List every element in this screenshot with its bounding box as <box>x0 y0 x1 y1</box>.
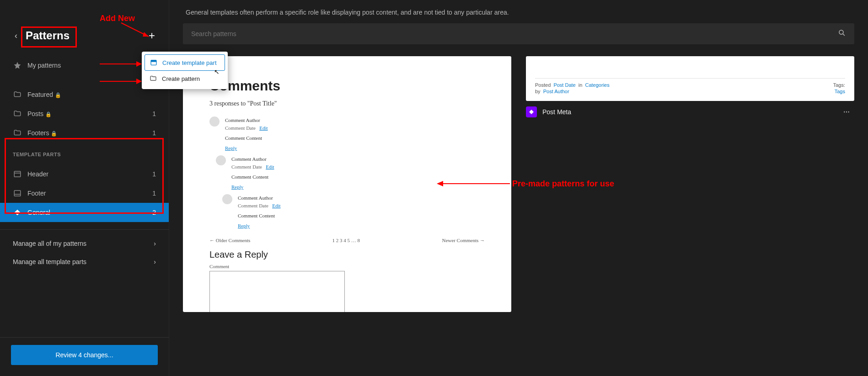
sidebar-item-footers[interactable]: Footers🔒 1 <box>0 123 169 143</box>
item-count: 1 <box>152 170 156 178</box>
lock-icon: 🔒 <box>55 92 61 98</box>
meta-line: by Post Author <box>535 89 610 94</box>
sidebar-footer: Review 4 changes... <box>0 337 169 376</box>
sidebar-item-label: Posts🔒 <box>27 110 147 117</box>
manage-template-parts[interactable]: Manage all template parts › <box>0 253 169 271</box>
page-numbers: 1 2 3 4 5 … 8 <box>332 238 360 243</box>
svg-rect-6 <box>151 60 156 62</box>
page-description: General templates often perform a specif… <box>183 7 854 23</box>
comment-pager: ← Older Comments 1 2 3 4 5 … 8 Newer Com… <box>209 233 485 246</box>
comment-author: Comment Author <box>238 195 273 201</box>
create-template-part-option[interactable]: Create template part <box>145 54 225 71</box>
manage-label: Manage all template parts <box>13 258 86 265</box>
sidebar-item-label: My patterns <box>27 62 156 69</box>
item-count: 1 <box>152 110 156 117</box>
sidebar-item-label: Footer <box>27 190 147 197</box>
comment-date: Comment Date <box>231 164 262 169</box>
add-new-button[interactable]: + <box>144 27 160 44</box>
more-options-button[interactable]: ⋯ <box>840 106 854 117</box>
folder-icon <box>13 109 22 118</box>
manage-my-patterns[interactable]: Manage all of my patterns › <box>0 234 169 253</box>
meta-line: Posted Post Date in Categories <box>535 82 610 88</box>
comment-textarea <box>209 271 345 312</box>
newer-comments: Newer Comments → <box>442 238 485 243</box>
avatar <box>222 194 232 204</box>
pattern-card-post-meta[interactable]: Posted Post Date in Categories by Post A… <box>526 56 854 101</box>
tags-value: Tags <box>833 89 845 94</box>
sidebar-item-header[interactable]: Header 1 <box>0 164 169 184</box>
svg-rect-4 <box>15 210 21 216</box>
folder-icon <box>149 74 157 83</box>
svg-rect-0 <box>14 171 21 177</box>
older-comments: ← Older Comments <box>209 238 250 243</box>
comment-date: Comment Date <box>225 125 256 131</box>
search-bar[interactable] <box>183 23 854 44</box>
comment-content: Comment Content <box>225 135 485 141</box>
star-icon <box>13 61 22 70</box>
sidebar-item-label: Header <box>27 170 147 178</box>
section-label-template-parts: TEMPLATE PARTS <box>0 145 169 162</box>
sidebar-item-label: Featured🔒 <box>27 91 150 98</box>
template-part-icon <box>150 58 158 67</box>
reply-link: Reply <box>238 223 250 228</box>
sidebar-item-label: General <box>27 209 147 216</box>
header-layout-icon <box>13 169 22 179</box>
folder-icon <box>13 90 22 99</box>
sidebar-item-label: Footers🔒 <box>27 129 147 137</box>
preview-subheading: 3 responses to "Post Title" <box>209 100 485 107</box>
main-content: General templates often perform a specif… <box>169 0 868 376</box>
comment-author: Comment Author <box>225 117 260 123</box>
diamond-icon <box>13 208 22 217</box>
item-count: 1 <box>152 190 156 197</box>
footer-layout-icon <box>13 189 22 198</box>
svg-line-8 <box>843 34 845 36</box>
pattern-title: Post Meta <box>542 108 571 116</box>
edit-link: Edit <box>259 125 268 131</box>
option-label: Create pattern <box>162 75 200 82</box>
comment-content: Comment Content <box>231 174 485 180</box>
tags-label: Tags: <box>833 82 845 88</box>
sidebar-item-posts[interactable]: Posts🔒 1 <box>0 104 169 123</box>
svg-rect-9 <box>529 110 534 114</box>
comment-author: Comment Author <box>231 156 267 162</box>
patterns-grid: Comments 3 responses to "Post Title" Com… <box>183 56 854 312</box>
pattern-title-row: Post Meta ⋯ <box>526 106 854 117</box>
lock-icon: 🔒 <box>45 111 52 117</box>
review-changes-button[interactable]: Review 4 changes... <box>11 345 158 365</box>
chevron-right-icon: › <box>154 258 156 265</box>
sidebar-item-general[interactable]: General 2 <box>0 203 169 222</box>
edit-link: Edit <box>266 164 274 169</box>
item-count: 2 <box>152 209 156 216</box>
page-title: Patterns <box>26 29 139 42</box>
preview-heading: Comments <box>209 78 485 94</box>
manage-label: Manage all of my patterns <box>13 240 86 247</box>
diamond-icon <box>526 106 537 117</box>
comment-content: Comment Content <box>238 213 485 218</box>
leave-reply-heading: Leave a Reply <box>209 249 485 260</box>
create-pattern-option[interactable]: Create pattern <box>145 71 225 86</box>
lock-icon: 🔒 <box>51 131 57 136</box>
avatar <box>216 155 226 165</box>
avatar <box>209 117 220 127</box>
reply-link: Reply <box>225 145 237 151</box>
sidebar-item-footer[interactable]: Footer 1 <box>0 184 169 203</box>
chevron-right-icon: › <box>154 240 156 247</box>
comment-field-label: Comment <box>209 264 485 269</box>
svg-point-7 <box>839 30 843 34</box>
back-button[interactable]: ‹ <box>11 29 21 42</box>
comment-date: Comment Date <box>238 203 268 208</box>
edit-link: Edit <box>272 203 280 208</box>
search-input[interactable] <box>191 30 838 37</box>
sidebar-header: ‹ Patterns + <box>0 0 169 53</box>
search-icon <box>838 29 846 39</box>
reply-link: Reply <box>231 184 243 190</box>
item-count: 1 <box>152 129 156 137</box>
pattern-card-comments[interactable]: Comments 3 responses to "Post Title" Com… <box>183 56 511 312</box>
option-label: Create template part <box>162 59 217 66</box>
folder-icon <box>13 128 22 138</box>
cursor-icon: ↖ <box>214 68 220 75</box>
svg-rect-2 <box>14 191 21 196</box>
